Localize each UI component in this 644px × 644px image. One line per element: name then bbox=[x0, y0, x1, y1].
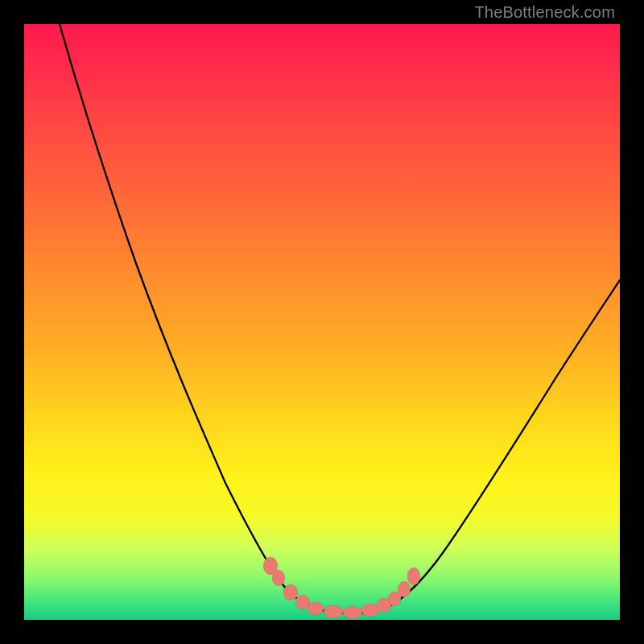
marker-dot bbox=[272, 570, 285, 586]
curve-right-branch bbox=[388, 280, 620, 607]
marker-dot bbox=[398, 581, 411, 597]
marker-dot bbox=[308, 602, 324, 615]
marker-dot bbox=[407, 568, 420, 585]
watermark-text: TheBottleneck.com bbox=[474, 3, 615, 22]
marker-dot bbox=[324, 605, 343, 618]
marker-dot bbox=[361, 604, 379, 617]
curve-left-branch bbox=[60, 24, 322, 610]
chart-frame: TheBottleneck.com bbox=[0, 0, 644, 644]
bottleneck-curve bbox=[24, 24, 620, 620]
plot-area bbox=[24, 24, 620, 620]
marker-dot bbox=[343, 606, 362, 619]
marker-dot bbox=[283, 584, 298, 601]
marker-group bbox=[263, 557, 420, 619]
